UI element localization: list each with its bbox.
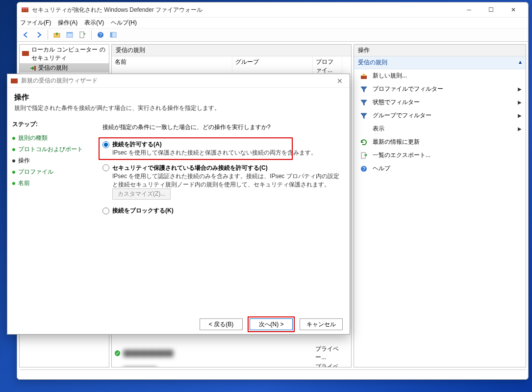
action-item[interactable]: 最新の情報に更新 — [354, 135, 526, 149]
wizard-step[interactable]: 規則の種類 — [12, 132, 89, 144]
chevron-right-icon: ▶ — [518, 100, 522, 105]
radio-block[interactable] — [102, 208, 109, 214]
main-titlebar[interactable]: セキュリティが強化された Windows Defender ファイアウォール ─… — [17, 2, 528, 17]
action-item[interactable]: グループでフィルター▶ — [354, 109, 526, 122]
action-item-label: 新しい規則... — [373, 72, 407, 80]
tree-root[interactable]: ローカル コンピューター のセキュリティ — [20, 45, 109, 63]
svg-rect-1 — [22, 7, 28, 9]
tree-root-label: ローカル コンピューター のセキュリティ — [31, 46, 107, 62]
svg-text:?: ? — [99, 32, 102, 38]
table-row[interactable]: ✓████████████プライベー... — [112, 344, 351, 362]
wizard-step[interactable]: プロトコルおよびポート — [12, 144, 89, 155]
menu-file[interactable]: ファイル(F) — [20, 19, 51, 27]
action-item-label: プロファイルでフィルター — [373, 85, 443, 93]
close-button[interactable]: ✕ — [502, 2, 524, 17]
wizard-close-button[interactable]: ✕ — [333, 75, 347, 87]
actions-section[interactable]: 受信の規則 ▴ — [354, 56, 526, 69]
step-marker-icon — [12, 171, 15, 174]
properties-button[interactable] — [107, 29, 119, 41]
step-marker-icon — [12, 148, 15, 151]
firewall-icon — [22, 50, 29, 59]
row-profile: プライベー... — [315, 363, 348, 367]
wizard-step-label: プロファイル — [18, 168, 53, 176]
back-button[interactable]: < 戻る(B) — [200, 318, 243, 330]
filter-icon — [360, 99, 368, 106]
steps-title: ステップ: — [12, 120, 89, 129]
actions-pane: 操作 受信の規則 ▴ 新しい規則...プロファイルでフィルター▶状態でフィルター… — [354, 44, 526, 367]
option-secure-desc: IPsec を使用して認証された接続のみを含みます。接続は、IPsec プロパテ… — [112, 172, 341, 189]
action-item[interactable]: 一覧のエクスポート... — [354, 149, 526, 162]
maximize-button[interactable]: ☐ — [480, 2, 502, 17]
firewall-icon — [10, 77, 18, 85]
wizard-step[interactable]: 名前 — [12, 178, 89, 189]
refresh-icon — [360, 138, 368, 146]
help-button[interactable]: ? — [95, 29, 106, 41]
back-button[interactable] — [20, 29, 32, 41]
tree-item-inbound[interactable]: 受信の規則 — [20, 63, 109, 73]
action-item[interactable]: プロファイルでフィルター▶ — [354, 82, 526, 96]
svg-rect-7 — [67, 32, 73, 33]
option-secure-label: セキュリティで保護されている場合のみ接続を許可する(C) — [112, 164, 268, 172]
wizard-step-label: プロトコルおよびポート — [18, 145, 83, 154]
chevron-right-icon: ▶ — [518, 126, 522, 131]
blank-icon — [360, 125, 368, 133]
table-row[interactable]: ✓████████プライベー... — [112, 362, 351, 367]
export-icon — [360, 152, 368, 159]
wizard-title: 新規の受信の規則ウィザード — [21, 77, 333, 85]
svg-rect-20 — [11, 78, 18, 83]
menu-action[interactable]: 操作(A) — [58, 19, 77, 27]
wizard-titlebar[interactable]: 新規の受信の規則ウィザード ✕ — [7, 74, 350, 88]
action-item[interactable]: ?ヘルプ — [354, 162, 526, 175]
tree-item-label: 受信の規則 — [38, 64, 68, 72]
option-block[interactable]: 接続をブロックする(K) — [102, 207, 341, 215]
forward-button[interactable] — [33, 29, 45, 41]
svg-rect-8 — [80, 32, 84, 38]
col-profile[interactable]: プロファイ... — [313, 56, 342, 76]
svg-rect-2 — [22, 10, 28, 10]
wizard-step[interactable]: プロファイル — [12, 166, 89, 178]
svg-rect-3 — [24, 7, 24, 12]
svg-rect-4 — [26, 7, 26, 12]
action-item[interactable]: 新しい規則... — [354, 69, 526, 82]
action-item[interactable]: 表示▶ — [354, 122, 526, 135]
radio-allow-secure[interactable] — [102, 164, 109, 171]
menu-view[interactable]: 表示(V) — [84, 19, 104, 27]
step-marker-icon — [12, 137, 15, 140]
inbound-icon — [29, 65, 36, 72]
wizard-subheading: 規則で指定された条件を接続が満たす場合に、実行される操作を指定します。 — [14, 104, 343, 112]
wizard-steps: ステップ: 規則の種類プロトコルおよびポート操作プロファイル名前 — [7, 116, 94, 314]
new-inbound-rule-wizard: 新規の受信の規則ウィザード ✕ 操作 規則で指定された条件を接続が満たす場合に、… — [7, 74, 350, 335]
svg-text:?: ? — [362, 166, 365, 172]
chevron-right-icon: ▶ — [518, 86, 522, 92]
option-allow[interactable]: 接続を許可する(A) IPsec を使用して保護された接続と保護されていない接続… — [102, 140, 341, 157]
col-name[interactable]: 名前 — [112, 56, 232, 76]
show-tree-button[interactable] — [64, 29, 76, 41]
wand-icon — [360, 72, 368, 80]
option-block-label: 接続をブロックする(K) — [112, 207, 174, 215]
radio-allow[interactable] — [102, 141, 109, 148]
up-folder-button[interactable] — [51, 29, 63, 41]
export-button[interactable] — [76, 29, 88, 41]
rules-heading: 受信の規則 — [112, 45, 351, 56]
svg-rect-16 — [361, 76, 367, 79]
wizard-question: 接続が指定の条件に一致した場合に、どの操作を実行しますか? — [102, 123, 341, 131]
collapse-icon[interactable]: ▴ — [519, 58, 522, 67]
wizard-step[interactable]: 操作 — [12, 155, 89, 166]
filter-icon — [360, 112, 368, 120]
menu-help[interactable]: ヘルプ(H) — [111, 19, 137, 27]
col-group[interactable]: グループ — [232, 56, 313, 76]
wizard-step-label: 規則の種類 — [18, 134, 48, 142]
next-button[interactable]: 次へ(N) > — [250, 318, 293, 330]
cancel-button[interactable]: キャンセル — [300, 318, 343, 330]
wizard-button-row: < 戻る(B) 次へ(N) > キャンセル — [7, 314, 350, 335]
customize-button: カスタマイズ(Z)... — [112, 188, 171, 200]
wizard-heading: 操作 — [14, 93, 343, 102]
wizard-content: 接続が指定の条件に一致した場合に、どの操作を実行しますか? 接続を許可する(A)… — [94, 116, 350, 314]
step-marker-icon — [12, 182, 15, 185]
action-item-label: 状態でフィルター — [373, 98, 420, 106]
action-item[interactable]: 状態でフィルター▶ — [354, 96, 526, 109]
option-allow-secure[interactable]: セキュリティで保護されている場合のみ接続を許可する(C) IPsec を使用して… — [102, 164, 341, 200]
svg-rect-17 — [361, 153, 365, 158]
minimize-button[interactable]: ─ — [458, 2, 480, 17]
option-allow-label: 接続を許可する(A) — [112, 140, 162, 149]
